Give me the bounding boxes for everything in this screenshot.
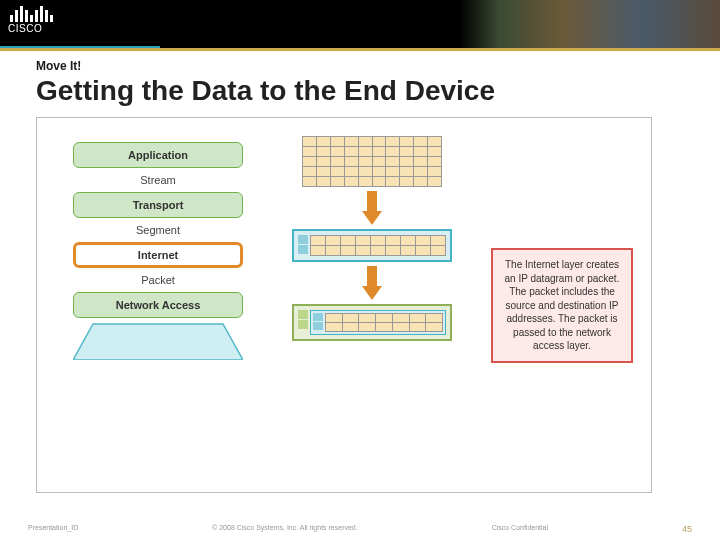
footer-center: © 2008 Cisco Systems, Inc. All rights re…: [212, 524, 358, 534]
medium-trapezoid: [73, 322, 243, 360]
diagram-frame: Application Stream Transport Segment Int…: [36, 117, 652, 493]
internet-layer-callout: The Internet layer creates an IP datagra…: [491, 248, 633, 363]
footer: Presentation_ID © 2008 Cisco Systems, In…: [0, 524, 720, 534]
arrow-down-icon: [287, 191, 457, 225]
layer-application: Application: [73, 142, 243, 168]
segment-box: [292, 229, 452, 262]
packet-box: [292, 304, 452, 341]
layer-network-access: Network Access: [73, 292, 243, 318]
footer-right: Cisco Confidential: [492, 524, 548, 534]
kicker-text: Move It!: [36, 59, 684, 73]
layer-column: Application Stream Transport Segment Int…: [73, 142, 243, 360]
header-bar: CISCO: [0, 0, 720, 48]
cisco-bars-icon: [8, 4, 53, 22]
brand-logo: CISCO: [8, 4, 53, 34]
accent-teal: [0, 46, 160, 48]
encapsulation-column: [287, 136, 457, 341]
layer-transport: Transport: [73, 192, 243, 218]
pdu-packet: Packet: [73, 274, 243, 286]
svg-marker-0: [73, 324, 243, 360]
brand-name: CISCO: [8, 23, 53, 34]
header-photo-strip: [460, 0, 720, 48]
pdu-stream: Stream: [73, 174, 243, 186]
stream-data-icon: [302, 136, 442, 187]
layer-internet: Internet: [73, 242, 243, 268]
page-number: 45: [682, 524, 692, 534]
arrow-down-icon: [287, 266, 457, 300]
page-title: Getting the Data to the End Device: [36, 75, 684, 107]
footer-left: Presentation_ID: [28, 524, 78, 534]
pdu-segment: Segment: [73, 224, 243, 236]
